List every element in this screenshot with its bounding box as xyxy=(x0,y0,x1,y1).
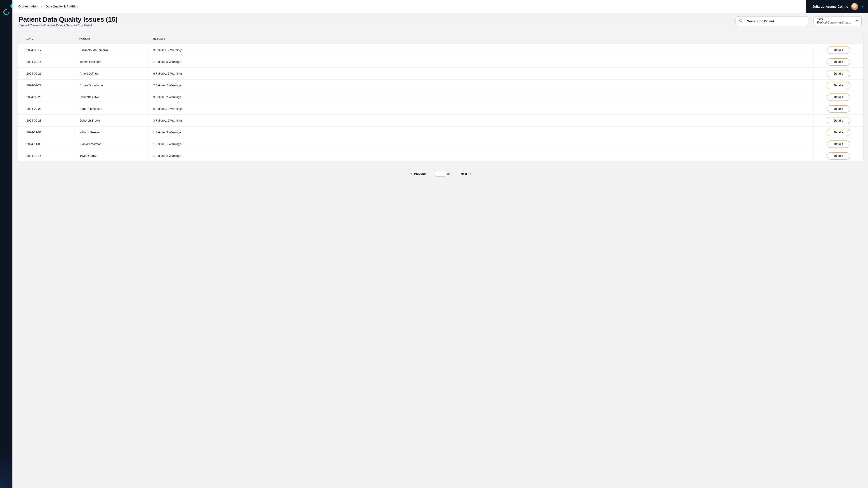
table-header-row: DATE PATIENT RESULTS xyxy=(18,33,863,44)
breadcrumb-orchestration[interactable]: Orchestration xyxy=(18,5,37,8)
details-button[interactable]: Details xyxy=(827,129,850,136)
table-row: 2024-09-28Deborah Brown3 Failures, 5 War… xyxy=(18,115,863,126)
details-button[interactable]: Details xyxy=(827,140,850,148)
svg-line-4 xyxy=(742,22,743,22)
cell-patient: Susan Donaldson xyxy=(75,79,149,91)
cell-results: 2 Failure, 2 Warnings xyxy=(149,79,813,91)
cell-date: 2024-09-22 xyxy=(18,79,75,91)
details-button[interactable]: Details xyxy=(827,46,850,54)
table-row: 2024-09-28Sam Hutchenson6 Failures, 2 Wa… xyxy=(18,103,863,115)
cell-results: 1 Failure, 5 Warnings xyxy=(149,56,813,68)
page-subtitle: Expired Consent with active Patient Serv… xyxy=(19,24,730,27)
cell-patient: Sam Hutchenson xyxy=(75,103,149,115)
cell-results: 3 Failure, 2 Warnings xyxy=(149,91,813,103)
cell-actions: Details xyxy=(813,56,863,68)
cell-patient: Deborah Brown xyxy=(75,115,149,126)
cell-date: 2024-09-23 xyxy=(18,91,75,103)
pager-page-input[interactable] xyxy=(435,171,445,177)
cell-results: 6 Failures, 2 Warnings xyxy=(149,103,813,115)
cell-date: 2024-11-01 xyxy=(18,127,75,138)
svg-marker-7 xyxy=(470,173,471,175)
cell-actions: Details xyxy=(813,138,863,150)
svg-marker-5 xyxy=(856,20,858,22)
chevron-down-icon xyxy=(861,5,864,8)
cell-date: 2024-11-05 xyxy=(18,138,75,150)
pager-previous[interactable]: Previous xyxy=(410,172,427,175)
pager-total: of 2 xyxy=(447,172,452,175)
table-row: 2024-09-21Arnold Jeffries6 Failures, 5 W… xyxy=(18,68,863,79)
pager-next[interactable]: Next xyxy=(461,172,471,175)
user-menu[interactable]: Julia Longname-Collins xyxy=(806,0,868,13)
search-input[interactable] xyxy=(747,20,804,23)
details-button[interactable]: Details xyxy=(827,105,850,112)
cell-patient: William Skeeter xyxy=(75,127,149,138)
pager-next-label: Next xyxy=(461,172,467,175)
page-title: Patient Data Quality Issues (15) xyxy=(19,15,730,23)
cell-date: 2024-09-15 xyxy=(18,56,75,68)
svg-marker-2 xyxy=(862,6,864,7)
cell-date: 2024-09-21 xyxy=(18,68,75,79)
table-row: 2024-09-15James Plankford1 Failure, 5 Wa… xyxy=(18,56,863,68)
cell-results: 1 Failure, 1 Warnings xyxy=(149,138,813,150)
chevron-right-icon xyxy=(469,172,471,175)
table-row: 2024-08-17Elizabeth McNamarra3 Failures,… xyxy=(18,44,863,56)
table-row: 2024-12-15Taylor Godwin1 Failure, 2 Warn… xyxy=(18,150,863,162)
svg-point-1 xyxy=(4,10,9,15)
breadcrumb-separator: / xyxy=(41,5,42,8)
cell-date: 2024-09-28 xyxy=(18,115,75,126)
topbar: Orchestration / Data Quality & Auditing … xyxy=(12,0,868,13)
details-button[interactable]: Details xyxy=(827,70,850,77)
col-header-results: RESULTS xyxy=(149,37,813,40)
filter-dropdown[interactable]: CEXP Expired Consent with ac... xyxy=(813,17,862,26)
cell-results: 3 Failures, 2 Warnings xyxy=(149,44,813,56)
details-button[interactable]: Details xyxy=(827,117,850,124)
cell-date: 2024-09-28 xyxy=(18,103,75,115)
cell-patient: Taylor Godwin xyxy=(75,150,149,162)
search-field[interactable] xyxy=(736,17,808,26)
avatar xyxy=(851,3,858,10)
issues-table: DATE PATIENT RESULTS 2024-08-17Elizabeth… xyxy=(18,33,864,162)
cell-patient: Franklin Marston xyxy=(75,138,149,150)
table-row: 2024-11-01William Skeeter1 Failure, 3 Wa… xyxy=(18,126,863,138)
cell-actions: Details xyxy=(813,91,863,103)
app-logo-icon[interactable] xyxy=(3,9,9,15)
cell-patient: Elizabeth McNamarra xyxy=(75,44,149,56)
pagination: Previous of 2 Next xyxy=(18,171,864,177)
cell-results: 1 Failure, 3 Warnings xyxy=(149,127,813,138)
table-row: 2024-09-22Susan Donaldson2 Failure, 2 Wa… xyxy=(18,79,863,91)
table-row: 2024-11-05Franklin Marston1 Failure, 1 W… xyxy=(18,138,863,150)
details-button[interactable]: Details xyxy=(827,94,850,101)
filter-code: CEXP xyxy=(817,18,851,21)
user-name: Julia Longname-Collins xyxy=(812,5,848,8)
pager-page-indicator: of 2 xyxy=(435,171,452,177)
search-icon xyxy=(739,19,743,24)
cell-actions: Details xyxy=(813,103,863,115)
svg-marker-0 xyxy=(12,5,12,7)
col-header-date: DATE xyxy=(18,37,75,40)
details-button[interactable]: Details xyxy=(827,82,850,89)
sidebar xyxy=(0,0,12,488)
col-header-patient: PATIENT xyxy=(75,37,149,40)
page-header: Patient Data Quality Issues (15) Expired… xyxy=(12,13,868,29)
cell-actions: Details xyxy=(813,150,863,162)
cell-patient: James Plankford xyxy=(75,56,149,68)
main-content: DATE PATIENT RESULTS 2024-08-17Elizabeth… xyxy=(12,29,868,488)
filter-desc: Expired Consent with ac... xyxy=(817,21,851,24)
chevron-down-icon xyxy=(856,20,858,23)
cell-actions: Details xyxy=(813,79,863,91)
cell-actions: Details xyxy=(813,127,863,138)
breadcrumb-data-quality[interactable]: Data Quality & Auditing xyxy=(46,5,79,8)
cell-date: 2024-12-15 xyxy=(18,150,75,162)
cell-patient: Arnold Jeffries xyxy=(75,68,149,79)
svg-point-3 xyxy=(739,19,742,22)
table-row: 2024-09-23Henrietta O'Neil3 Failure, 2 W… xyxy=(18,91,863,103)
chevron-left-icon xyxy=(410,172,412,175)
cell-actions: Details xyxy=(813,44,863,56)
cell-results: 3 Failures, 5 Warnings xyxy=(149,115,813,126)
cell-patient: Henrietta O'Neil xyxy=(75,91,149,103)
cell-actions: Details xyxy=(813,68,863,79)
details-button[interactable]: Details xyxy=(827,58,850,66)
play-badge-icon[interactable] xyxy=(10,4,12,8)
details-button[interactable]: Details xyxy=(827,152,850,160)
pager-prev-label: Previous xyxy=(414,172,427,175)
